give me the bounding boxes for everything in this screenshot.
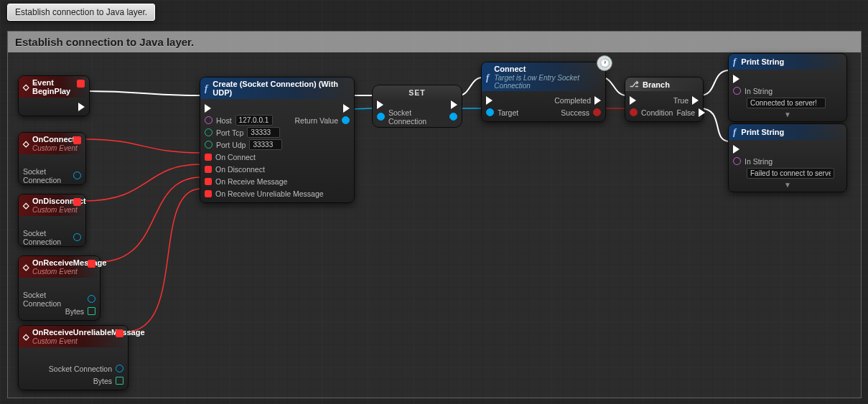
exec-out-pin[interactable] [117,352,123,361]
pin-label: Socket Connection [23,291,84,308]
object-out-pin[interactable] [342,116,350,124]
node-header[interactable]: fPrint String [729,124,846,140]
delegate-pin[interactable] [116,329,123,337]
exec-out-pin[interactable] [89,283,95,291]
pin-label: Host [216,116,232,125]
node-create-socket-connection[interactable]: fCreate (Socket Connection) (With UDP) H… [200,77,355,203]
tooltip: Establish connection to Java layer. [7,4,155,21]
branch-icon: ⎇ [630,80,639,89]
expand-chevron-icon[interactable]: ▼ [733,181,842,189]
exec-out-pin[interactable] [75,159,81,168]
expand-chevron-icon[interactable]: ▼ [733,111,842,118]
node-header[interactable]: fConnectTarget is Low Entry Socket Conne… [482,62,605,91]
pin-label: Return Value [294,116,338,125]
string-in-pin[interactable] [205,116,213,124]
exec-in-pin[interactable] [205,104,211,113]
node-header[interactable]: fCreate (Socket Connection) (With UDP) [200,77,354,99]
delegate-in-pin[interactable] [205,190,212,197]
exec-out-pin[interactable] [75,221,81,230]
node-connect[interactable]: 🕐 fConnectTarget is Low Entry Socket Con… [481,62,606,122]
object-out-pin[interactable] [88,295,95,303]
exec-in-pin[interactable] [486,96,493,105]
node-set-variable[interactable]: SET Socket Connection [372,85,462,128]
node-branch[interactable]: ⎇Branch True ConditionFalse [625,77,704,122]
object-out-pin[interactable] [116,365,123,372]
event-icon: ◇ [23,201,29,210]
delegate-in-pin[interactable] [205,154,212,161]
exec-in-pin[interactable] [630,96,636,105]
exec-in-pin[interactable] [733,145,739,154]
comment-title[interactable]: Establish connection to Java layer. [8,32,861,52]
node-header[interactable]: ⎇Branch [625,77,703,91]
pin-label: Condition [641,108,673,117]
node-header[interactable]: fPrint String [729,54,846,70]
node-onreceiveunreliablemessage[interactable]: ◇OnReceiveUnreliableMessageCustom Event … [18,325,129,390]
event-icon: ◇ [23,263,29,272]
array-out-pin[interactable] [116,377,123,385]
host-input[interactable] [235,115,273,126]
node-title: Print String [741,128,784,136]
exec-out-pin[interactable] [836,145,842,154]
node-header[interactable]: ◇OnReceiveMessageCustom Event [19,256,100,278]
node-print-string-1[interactable]: fPrint String In String ▼ [728,53,847,122]
node-title: ConnectTarget is Low Entry Socket Connec… [494,65,601,90]
delegate-in-pin[interactable] [205,166,212,173]
pin-label: In String [745,87,773,95]
exec-true-pin[interactable] [692,96,699,105]
exec-false-pin[interactable] [699,108,705,117]
object-out-pin[interactable] [449,113,457,121]
node-title: OnConnectCustom Event [32,135,78,152]
pin-label: Port Tcp [216,128,243,137]
node-header[interactable]: ◇OnDisconnectCustom Event [19,194,85,216]
pin-label: Success [561,108,589,117]
node-title: Print String [741,57,784,66]
string-in-pin[interactable] [733,157,741,165]
event-icon: ◇ [23,139,29,149]
node-event-beginplay[interactable]: ◇Event BeginPlay [18,75,90,116]
bool-out-pin[interactable] [593,108,601,116]
int-in-pin[interactable] [205,141,213,149]
function-icon: f [733,56,736,67]
node-ondisconnect[interactable]: ◇OnDisconnectCustom Event Socket Connect… [18,194,86,247]
delegate-pin[interactable] [88,260,95,268]
event-icon: ◇ [23,83,29,92]
object-out-pin[interactable] [73,233,81,241]
node-onconnect[interactable]: ◇OnConnectCustom Event Socket Connection [18,132,86,185]
node-print-string-2[interactable]: fPrint String In String ▼ [728,123,847,192]
node-title: Branch [643,80,670,89]
node-title: Create (Socket Connection) (With UDP) [213,80,350,97]
pin-label: On Disconnect [215,165,265,174]
object-out-pin[interactable] [73,172,81,179]
exec-out-pin[interactable] [594,96,601,105]
array-out-pin[interactable] [88,307,95,315]
pin-label: Socket Connection [388,108,446,126]
port-udp-input[interactable] [249,139,282,150]
in-string-input[interactable] [747,98,826,108]
pin-label: Completed [554,96,591,105]
object-in-pin[interactable] [486,108,494,116]
function-icon: f [486,72,489,83]
latent-icon: 🕐 [597,55,612,71]
pin-label: False [676,108,695,117]
exec-out-pin[interactable] [343,104,350,113]
in-string-input[interactable] [747,168,834,179]
exec-out-pin[interactable] [451,100,457,109]
node-header[interactable]: ◇OnConnectCustom Event [19,133,85,154]
delegate-pin[interactable] [77,80,85,88]
string-in-pin[interactable] [733,87,741,95]
delegate-pin[interactable] [73,136,81,144]
port-tcp-input[interactable] [247,127,280,138]
delegate-pin[interactable] [73,198,81,206]
function-icon: f [733,126,736,138]
exec-out-pin[interactable] [78,103,85,111]
pin-label: In String [745,157,773,166]
bool-in-pin[interactable] [630,108,638,116]
node-onreceivemessage[interactable]: ◇OnReceiveMessageCustom Event Socket Con… [18,255,101,321]
exec-in-pin[interactable] [733,75,739,83]
exec-out-pin[interactable] [836,75,842,83]
node-header[interactable]: ◇OnReceiveUnreliableMessageCustom Event [19,326,128,347]
int-in-pin[interactable] [205,128,213,136]
node-header[interactable]: ◇Event BeginPlay [19,76,89,98]
object-in-pin[interactable] [377,113,385,121]
delegate-in-pin[interactable] [205,178,212,185]
